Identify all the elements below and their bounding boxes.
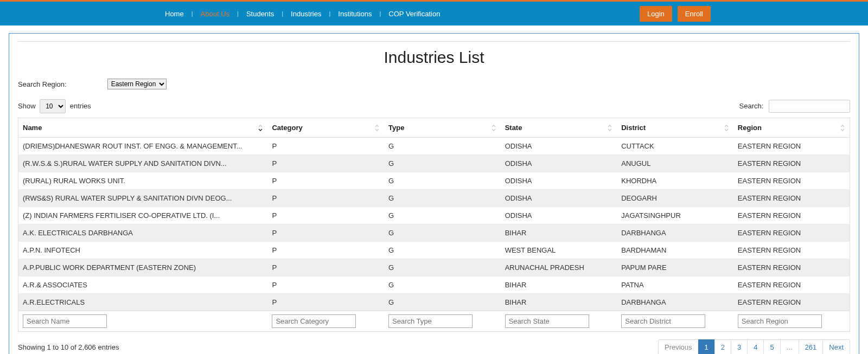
nav-home[interactable]: Home xyxy=(157,10,192,18)
cell-category: P xyxy=(267,172,384,190)
cell-region: EASTERN REGION xyxy=(733,276,850,294)
cell-name: (RURAL) RURAL WORKS UNIT. xyxy=(18,172,268,190)
main-panel: Industries List Search Region: Eastern R… xyxy=(9,33,859,354)
divider xyxy=(18,41,850,42)
page-next[interactable]: Next xyxy=(822,339,850,354)
col-district[interactable]: District xyxy=(617,118,733,138)
col-type-label: Type xyxy=(388,124,404,132)
table-row: A.P.N. INFOTECHPGWEST BENGALBARDHAMANEAS… xyxy=(18,242,850,259)
nav-sep: | xyxy=(379,10,381,17)
search-control: Search: xyxy=(739,100,850,113)
table-row: (RURAL) RURAL WORKS UNIT.PGODISHAKHORDHA… xyxy=(18,172,850,190)
cell-state: ODISHA xyxy=(501,172,617,190)
page-1[interactable]: 1 xyxy=(698,339,715,354)
nav-right: Login Enroll xyxy=(640,6,711,22)
nav-about-us[interactable]: About Us xyxy=(193,10,237,18)
cell-type: G xyxy=(384,190,501,207)
cell-district: DARBHANGA xyxy=(617,224,733,242)
table-bottom: Showing 1 to 10 of 2,606 entries Previou… xyxy=(18,339,850,354)
cell-region: EASTERN REGION xyxy=(733,155,850,172)
page-previous[interactable]: Previous xyxy=(658,339,699,354)
enroll-button[interactable]: Enroll xyxy=(678,6,711,22)
cell-state: ODISHA xyxy=(501,190,617,207)
filter-row xyxy=(18,311,850,332)
col-name-label: Name xyxy=(23,124,42,132)
cell-region: EASTERN REGION xyxy=(733,242,850,259)
filter-district[interactable] xyxy=(621,314,705,328)
col-state-label: State xyxy=(505,124,522,132)
filter-type[interactable] xyxy=(388,314,473,328)
entries-label: entries xyxy=(70,102,91,110)
cell-type: G xyxy=(384,224,501,242)
page-last[interactable]: 261 xyxy=(799,339,824,354)
table-row: A.R.ELECTRICALSPGBIHARDARBHANGAEASTERN R… xyxy=(18,294,850,311)
show-label: Show xyxy=(18,102,36,110)
cell-category: P xyxy=(267,276,384,294)
cell-type: G xyxy=(384,155,501,172)
table-row: (Z) INDIAN FARMERS FERTILISER CO-OPERATI… xyxy=(18,207,850,224)
page-3[interactable]: 3 xyxy=(731,339,748,354)
cell-district: PATNA xyxy=(617,276,733,294)
col-name[interactable]: Name xyxy=(18,118,268,138)
login-button[interactable]: Login xyxy=(640,6,672,22)
region-select[interactable]: Eastern Region xyxy=(107,79,167,89)
search-input[interactable] xyxy=(769,100,850,113)
cell-state: ODISHA xyxy=(501,155,617,172)
entries-select[interactable]: 10 xyxy=(40,99,66,113)
table-controls: Show 10 entries Search: xyxy=(18,99,850,113)
cell-region: EASTERN REGION xyxy=(733,190,850,207)
page-4[interactable]: 4 xyxy=(747,339,764,354)
cell-district: KHORDHA xyxy=(617,172,733,190)
cell-district: BARDHAMAN xyxy=(617,242,733,259)
cell-name: A.R.ELECTRICALS xyxy=(18,294,268,311)
nav-industries[interactable]: Industries xyxy=(283,10,329,18)
col-state[interactable]: State xyxy=(501,118,617,138)
sort-desc-icon xyxy=(258,125,263,131)
nav-cop-verification[interactable]: COP Verification xyxy=(381,10,448,18)
cell-region: EASTERN REGION xyxy=(733,172,850,190)
cell-name: A.R.& ASSOCIATES xyxy=(18,276,268,294)
cell-name: (RWS&S) RURAL WATER SUPPLY & SANITATION … xyxy=(18,190,268,207)
pagination: Previous 1 2 3 4 5 ... 261 Next xyxy=(659,339,850,354)
cell-name: (R.W.S.& S.)RURAL WATER SUPPLY AND SANIT… xyxy=(18,155,268,172)
cell-type: G xyxy=(384,138,501,155)
filter-region[interactable] xyxy=(738,314,822,328)
table-info: Showing 1 to 10 of 2,606 entries xyxy=(18,343,119,351)
nav-sep: | xyxy=(192,10,193,17)
cell-region: EASTERN REGION xyxy=(733,138,850,155)
filter-category[interactable] xyxy=(272,314,356,328)
table-row: A.R.& ASSOCIATESPGBIHARPATNAEASTERN REGI… xyxy=(18,276,850,294)
nav-sep: | xyxy=(282,10,283,17)
cell-type: G xyxy=(384,207,501,224)
cell-district: ANUGUL xyxy=(617,155,733,172)
sort-icon xyxy=(374,125,380,131)
cell-category: P xyxy=(267,294,384,311)
cell-name: (DRIEMS)DHANESWAR ROUT INST. OF ENGG. & … xyxy=(18,138,268,155)
cell-type: G xyxy=(384,294,501,311)
page-2[interactable]: 2 xyxy=(714,339,731,354)
col-region-label: Region xyxy=(738,124,762,132)
cell-region: EASTERN REGION xyxy=(733,294,850,311)
search-label: Search: xyxy=(739,102,764,110)
filter-state[interactable] xyxy=(505,314,589,328)
nav-institutions[interactable]: Institutions xyxy=(330,10,379,18)
filter-name[interactable] xyxy=(23,314,107,328)
industries-table: Name Category Type xyxy=(18,118,850,332)
nav-students[interactable]: Students xyxy=(239,10,282,18)
sort-icon xyxy=(607,125,612,131)
cell-name: (Z) INDIAN FARMERS FERTILISER CO-OPERATI… xyxy=(18,207,268,224)
region-filter-row: Search Region: Eastern Region xyxy=(18,79,850,89)
col-region[interactable]: Region xyxy=(733,118,850,138)
col-category[interactable]: Category xyxy=(267,118,384,138)
cell-state: BIHAR xyxy=(501,294,617,311)
col-type[interactable]: Type xyxy=(384,118,501,138)
cell-district: CUTTACK xyxy=(617,138,733,155)
col-district-label: District xyxy=(621,124,646,132)
navbar: Home | About Us | Students | Industries … xyxy=(0,2,868,25)
cell-region: EASTERN REGION xyxy=(733,224,850,242)
cell-type: G xyxy=(384,172,501,190)
col-category-label: Category xyxy=(272,124,302,132)
cell-state: ODISHA xyxy=(501,138,617,155)
page-5[interactable]: 5 xyxy=(763,339,780,354)
cell-name: A.K. ELECTRICALS DARBHANGA xyxy=(18,224,268,242)
